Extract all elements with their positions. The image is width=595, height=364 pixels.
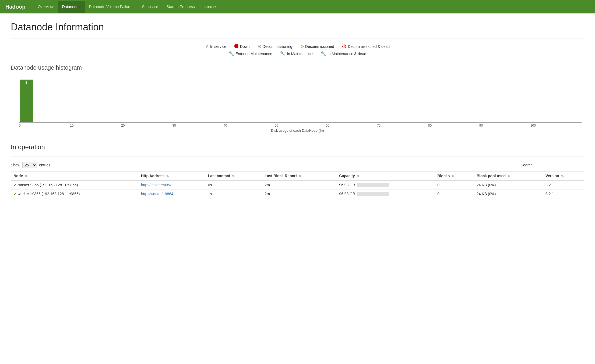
cell-blocks: 0 bbox=[435, 180, 474, 190]
x-label-40: 40 bbox=[223, 124, 274, 127]
legend-row-2: 🔧 Entering Maintenance 🔧 In Maintenance … bbox=[229, 51, 366, 56]
col-http-address: Http Address ⇅ bbox=[138, 171, 205, 180]
sort-icon-contact[interactable]: ⇅ bbox=[232, 174, 234, 178]
x-label-60: 60 bbox=[326, 124, 377, 127]
cell-http: http://worker1:9864 bbox=[138, 190, 205, 198]
chart-area: 2 bbox=[19, 80, 582, 123]
nav-item-datanodes[interactable]: Datanodes bbox=[58, 1, 85, 13]
nav-item-startup-progress[interactable]: Startup Progress bbox=[162, 1, 199, 13]
cell-last-contact: 0s bbox=[205, 180, 262, 190]
legend-in-service-label: In service bbox=[210, 44, 226, 49]
sort-icon-capacity[interactable]: ⇅ bbox=[357, 174, 359, 178]
cell-last-block-report: 2m bbox=[262, 180, 336, 190]
sort-icon-block-report[interactable]: ⇅ bbox=[299, 174, 301, 178]
col-capacity: Capacity ⇅ bbox=[336, 171, 435, 180]
legend-decommissioning: ⊘ Decommissioning bbox=[258, 44, 292, 49]
nav-brand: Hadoop bbox=[3, 4, 28, 10]
node-name: master:9866 (192.168.128.10:9866) bbox=[18, 183, 78, 187]
search-label: Search: bbox=[521, 163, 534, 167]
legend-entering-maintenance-label: Entering Maintenance bbox=[235, 52, 272, 56]
divider-histogram bbox=[11, 74, 584, 74]
col-version: Version ⇅ bbox=[543, 171, 584, 180]
capacity-bar-container: 96.98 GB bbox=[339, 192, 432, 196]
nav-item-utilities[interactable]: Utilities ▾ bbox=[199, 1, 221, 12]
legend-in-maintenance-dead: 🔧 In Maintenance & dead bbox=[321, 51, 366, 56]
search-input[interactable] bbox=[536, 162, 584, 168]
histogram-title: Datanode usage histogram bbox=[11, 64, 584, 71]
sort-icon-pool[interactable]: ⇅ bbox=[508, 174, 510, 178]
cell-block-pool-used: 24 KB (0%) bbox=[474, 180, 543, 190]
entries-select[interactable]: 25 10 50 100 bbox=[22, 162, 37, 168]
sort-icon-version[interactable]: ⇅ bbox=[561, 174, 564, 178]
chevron-down-icon: ▾ bbox=[215, 5, 217, 9]
decommissioning-icon: ⊘ bbox=[258, 44, 261, 49]
nav-item-overview[interactable]: Overview bbox=[33, 1, 58, 13]
cell-node: ✔master:9866 (192.168.128.10:9866) bbox=[11, 180, 138, 190]
capacity-text: 96.98 GB bbox=[339, 183, 355, 187]
x-label-20: 20 bbox=[121, 124, 172, 127]
check-icon: ✔ bbox=[205, 44, 209, 49]
http-link[interactable]: http://worker1:9864 bbox=[141, 192, 173, 196]
http-link[interactable]: http://master:9864 bbox=[141, 183, 171, 187]
histogram-bar-0: 2 bbox=[20, 80, 33, 122]
cell-version: 3.2.1 bbox=[543, 190, 584, 198]
legend-in-maintenance-label: In Maintenance bbox=[287, 52, 313, 56]
legend-down-label: Down bbox=[240, 44, 250, 49]
datanodes-table: Node ⇅ Http Address ⇅ Last contact ⇅ Las… bbox=[11, 171, 584, 198]
show-label: Show bbox=[11, 163, 20, 167]
legend-in-maintenance: 🔧 In Maintenance bbox=[280, 51, 313, 56]
cell-capacity: 96.98 GB bbox=[336, 180, 435, 190]
page-title: Datanode Information bbox=[11, 22, 584, 33]
divider-in-operation bbox=[11, 156, 584, 156]
legend-row-1: ✔ In service ⓿ Down ⊘ Decommissioning ⊘ … bbox=[205, 44, 390, 49]
histogram-bar-label-0: 2 bbox=[26, 80, 27, 84]
capacity-text: 96.98 GB bbox=[339, 192, 355, 196]
x-label-30: 30 bbox=[172, 124, 223, 127]
entries-label: entries bbox=[39, 163, 50, 167]
x-label-0: 0 bbox=[19, 124, 70, 127]
cell-last-block-report: 2m bbox=[262, 190, 336, 198]
x-label-50: 50 bbox=[274, 124, 326, 127]
down-icon: ⓿ bbox=[234, 44, 239, 49]
in-maintenance-dead-icon: 🔧 bbox=[321, 51, 326, 56]
x-label-90: 90 bbox=[479, 124, 530, 127]
cell-blocks: 0 bbox=[435, 190, 474, 198]
capacity-bar-fill bbox=[357, 192, 357, 196]
capacity-bar-bg bbox=[357, 183, 389, 187]
node-name: worker1:9866 (192.168.128.11:9866) bbox=[18, 192, 80, 196]
table-body: ✔master:9866 (192.168.128.10:9866) http:… bbox=[11, 180, 584, 198]
cell-block-pool-used: 24 KB (0%) bbox=[474, 190, 543, 198]
col-last-contact: Last contact ⇅ bbox=[205, 171, 262, 180]
sort-icon-blocks[interactable]: ⇅ bbox=[452, 174, 454, 178]
in-maintenance-icon: 🔧 bbox=[280, 51, 286, 56]
table-header-row: Node ⇅ Http Address ⇅ Last contact ⇅ Las… bbox=[11, 171, 584, 180]
col-block-pool-used: Block pool used ⇅ bbox=[474, 171, 543, 180]
legend-decommissioned-label: Decommissioned bbox=[305, 44, 334, 49]
histogram-container: 2 0 10 20 30 40 50 60 70 80 90 100 Disk … bbox=[11, 80, 584, 133]
col-node: Node ⇅ bbox=[11, 171, 138, 180]
cell-node: ✔worker1:9866 (192.168.128.11:9866) bbox=[11, 190, 138, 198]
legend: ✔ In service ⓿ Down ⊘ Decommissioning ⊘ … bbox=[11, 44, 584, 56]
nav-item-volume-failures[interactable]: Datanode Volume Failures bbox=[85, 1, 138, 13]
status-icon: ✔ bbox=[13, 183, 17, 187]
divider-top bbox=[11, 38, 584, 38]
decommissioned-icon: ⊘ bbox=[300, 44, 304, 49]
legend-decommissioned-dead: ⏻ Decommissioned & dead bbox=[342, 44, 390, 49]
main-content: Datanode Information ✔ In service ⓿ Down… bbox=[0, 13, 595, 206]
cell-http: http://master:9864 bbox=[138, 180, 205, 190]
sort-icon-http[interactable]: ⇅ bbox=[166, 174, 169, 178]
status-icon: ✔ bbox=[13, 192, 17, 196]
table-row: ✔worker1:9866 (192.168.128.11:9866) http… bbox=[11, 190, 584, 198]
x-axis-title: Disk usage of each DataNode (%) bbox=[11, 129, 584, 133]
entering-maintenance-icon: 🔧 bbox=[229, 51, 234, 56]
x-label-70: 70 bbox=[377, 124, 428, 127]
legend-in-service: ✔ In service bbox=[205, 44, 226, 49]
cell-capacity: 96.98 GB bbox=[336, 190, 435, 198]
nav-item-snapshot[interactable]: Snapshot bbox=[138, 1, 162, 13]
sort-icon-node[interactable]: ⇅ bbox=[25, 174, 27, 178]
navbar: Hadoop Overview Datanodes Datanode Volum… bbox=[0, 0, 595, 13]
capacity-bar-container: 96.98 GB bbox=[339, 183, 432, 187]
cell-version: 3.2.1 bbox=[543, 180, 584, 190]
legend-entering-maintenance: 🔧 Entering Maintenance bbox=[229, 51, 272, 56]
x-label-10: 10 bbox=[70, 124, 121, 127]
